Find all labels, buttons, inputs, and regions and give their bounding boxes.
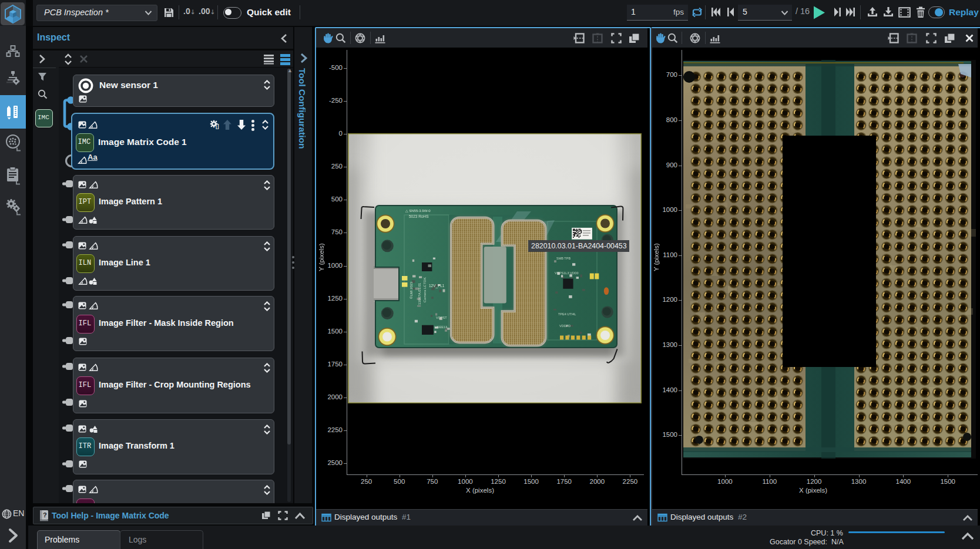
svg-text:VDDPD: VDDPD: [559, 324, 570, 328]
svg-text:©LMI 2023: ©LMI 2023: [410, 281, 413, 299]
svg-text:?: ?: [43, 511, 47, 518]
svg-text:SMB TPB: SMB TPB: [556, 257, 570, 260]
svg-text:Camera LCTDK: Camera LCTDK: [423, 277, 427, 302]
svg-text:VGPST: VGPST: [436, 316, 447, 319]
svg-text:USEE13: USEE13: [435, 325, 447, 329]
svg-text:△ SN55-3.9W-0: △ SN55-3.9W-0: [405, 209, 431, 213]
svg-text:5023 RoHS: 5023 RoHS: [409, 214, 429, 218]
svg-text:13067A.03.01: 13067A.03.01: [418, 282, 421, 305]
svg-text:TPE4 UTI4L: TPE4 UTI4L: [558, 312, 576, 316]
svg-text:[]: []: [216, 123, 219, 129]
svg-text:12V_FL1: 12V_FL1: [429, 284, 445, 288]
svg-text:VGPS1L3 VDD0: VGPS1L3 VDD0: [555, 271, 579, 275]
